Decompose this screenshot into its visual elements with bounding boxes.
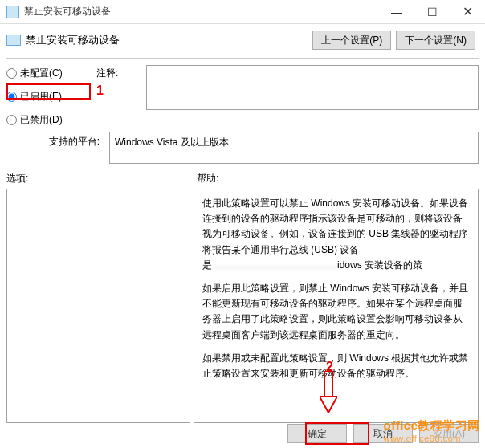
maximize-button[interactable]: ☐ [414,1,450,23]
config-row: 未配置(C) 已启用(E) 已禁用(D) 注释: [0,65,485,127]
platform-row: 支持的平台: Windows Vista 及以上版本 [0,127,485,169]
divider [6,58,479,59]
platform-label: 支持的平台: [6,132,103,149]
ok-button[interactable]: 确定 [287,424,347,443]
help-panel: 使用此策略设置可以禁止 Windows 安装可移动设备。如果设备连接到的设备的驱… [194,189,479,423]
radio-enabled-input[interactable] [6,92,17,102]
window-title: 禁止安装可移动设备 [24,5,111,18]
radio-disabled-input[interactable] [6,115,17,125]
policy-icon [6,35,21,46]
help-paragraph-1: 使用此策略设置可以禁止 Windows 安装可移动设备。如果设备连接到的设备的驱… [202,196,470,273]
mid-labels: 选项: 帮助: [0,169,485,189]
options-panel [6,189,190,423]
policy-title: 禁止安装可移动设备 [26,33,120,47]
platform-box: Windows Vista 及以上版本 [109,132,479,164]
help-paragraph-3: 如果禁用或未配置此策略设置，则 Windows 根据其他允许或禁止策略设置来安装… [202,351,470,381]
footer-buttons: 确定 取消 应用(A) [287,424,479,443]
close-button[interactable]: ✕ [450,1,485,23]
help-paragraph-2: 如果启用此策略设置，则禁止 Windows 安装可移动设备，并且不能更新现有可移… [202,281,470,343]
comment-label: 注释: [96,65,137,80]
titlebar: 禁止安装可移动设备 — ☐ ✕ [0,0,485,24]
help-label: 帮助: [197,172,218,185]
header-left: 禁止安装可移动设备 [6,33,120,47]
radio-not-configured-label: 未配置(C) [20,67,63,80]
header-row: 禁止安装可移动设备 上一个设置(P) 下一个设置(N) [0,24,485,58]
next-setting-button[interactable]: 下一个设置(N) [396,31,475,50]
radio-column: 未配置(C) 已启用(E) 已禁用(D) [6,65,87,127]
panels: 使用此策略设置可以禁止 Windows 安装可移动设备。如果设备连接到的设备的驱… [0,189,485,423]
comment-textarea[interactable] [146,65,479,110]
minimize-button[interactable]: — [379,1,414,23]
apply-button[interactable]: 应用(A) [419,424,479,443]
options-label: 选项: [6,172,197,185]
radio-disabled-label: 已禁用(D) [20,113,63,127]
radio-enabled[interactable]: 已启用(E) [6,90,87,104]
radio-disabled[interactable]: 已禁用(D) [6,113,87,127]
radio-not-configured[interactable]: 未配置(C) [6,67,87,80]
nav-buttons: 上一个设置(P) 下一个设置(N) [312,31,475,50]
cancel-button[interactable]: 取消 [353,424,413,443]
annotation-label-2: 2 [326,360,333,374]
previous-setting-button[interactable]: 上一个设置(P) [312,31,391,50]
titlebar-left: 禁止安装可移动设备 [6,5,111,18]
annotation-label-1: 1 [96,83,104,98]
window-icon [6,6,19,18]
radio-not-configured-input[interactable] [6,68,17,79]
titlebar-buttons: — ☐ ✕ [379,1,485,23]
radio-enabled-label: 已启用(E) [20,90,62,104]
